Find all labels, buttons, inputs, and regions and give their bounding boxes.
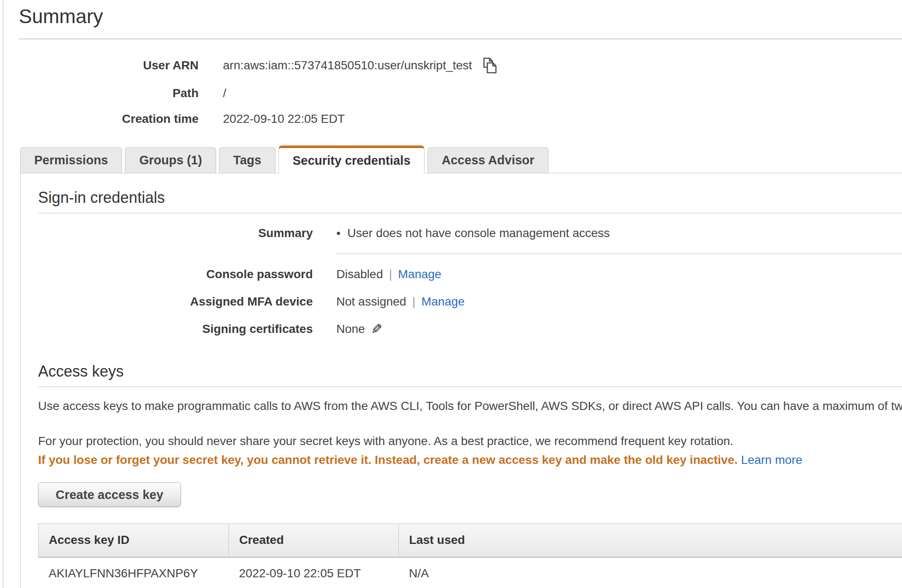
access-key-id-cell: AKIAYLFNN36HFPAXNP6Y [39,557,229,588]
column-header-access-key-id: Access key ID [39,524,229,557]
user-arn-label: User ARN [0,59,199,72]
user-arn-row: User ARN arn:aws:iam::573741850510:user/… [0,50,902,80]
value-separator: | [389,267,392,282]
tab-bar: Permissions Groups (1) Tags Security cre… [20,146,902,173]
last-used-cell: N/A [399,557,902,588]
title-divider [19,39,902,39]
access-keys-table: Access key ID Created Last used AKIAYLFN… [38,523,902,588]
access-keys-description: Use access keys to make programmatic cal… [38,398,902,414]
access-keys-heading: Access keys [38,362,902,380]
copy-icon[interactable] [481,56,498,74]
secret-key-warning-text: If you lose or forget your secret key, y… [38,453,738,466]
manage-mfa-link[interactable]: Manage [421,294,465,309]
signing-certificates-row: Signing certificates None ✎ [38,315,902,343]
tab-security-credentials[interactable]: Security credentials [279,146,425,174]
manage-console-password-link[interactable]: Manage [398,267,441,282]
created-cell: 2022-09-10 22:05 EDT [229,557,399,588]
signin-credentials-heading: Sign-in credentials [38,189,902,207]
summary-label: Summary [38,226,313,241]
summary-value: •User does not have console management a… [336,226,902,254]
signing-certificates-value: None [336,322,365,336]
path-label: Path [0,86,199,100]
content-left-border [3,0,3,588]
creation-time-label: Creation time [0,112,199,126]
mfa-device-value: Not assigned [336,294,406,309]
user-arn-value: arn:aws:iam::573741850510:user/unskript_… [223,59,472,72]
bullet-glyph: • [336,226,341,240]
table-header-row: Access key ID Created Last used [39,524,902,557]
column-header-created: Created [229,524,399,557]
protection-text: For your protection, you should never sh… [38,432,902,451]
signing-certificates-label: Signing certificates [38,322,313,336]
mfa-device-row: Assigned MFA device Not assigned | Manag… [38,288,902,315]
console-password-label: Console password [38,267,313,282]
create-access-key-button[interactable]: Create access key [38,482,181,507]
security-credentials-panel: Sign-in credentials Summary •User does n… [20,173,902,588]
value-separator: | [412,294,415,309]
summary-row: Summary •User does not have console mana… [38,220,902,261]
creation-time-row: Creation time 2022-09-10 22:05 EDT [0,106,902,132]
column-header-last-used: Last used [399,524,902,557]
learn-more-link[interactable]: Learn more [741,453,802,466]
signin-section-divider [38,213,902,214]
console-password-value: Disabled [336,267,383,282]
tab-groups[interactable]: Groups (1) [125,147,216,173]
page-title: Summary [0,0,902,28]
user-info-list: User ARN arn:aws:iam::573741850510:user/… [0,50,902,132]
protection-paragraph: For your protection, you should never sh… [38,432,902,469]
console-password-row: Console password Disabled | Manage [38,261,902,288]
path-value: / [223,86,226,100]
tab-permissions[interactable]: Permissions [20,147,122,173]
tab-tags[interactable]: Tags [219,147,276,173]
signin-credentials-list: Summary •User does not have console mana… [38,220,902,343]
access-keys-divider [38,386,902,387]
path-row: Path / [0,80,902,106]
mfa-device-label: Assigned MFA device [38,294,313,309]
table-row: AKIAYLFNN36HFPAXNP6Y 2022-09-10 22:05 ED… [39,557,902,588]
edit-pencil-icon[interactable]: ✎ [371,322,383,336]
creation-time-value: 2022-09-10 22:05 EDT [223,112,345,126]
tab-access-advisor[interactable]: Access Advisor [427,147,549,173]
